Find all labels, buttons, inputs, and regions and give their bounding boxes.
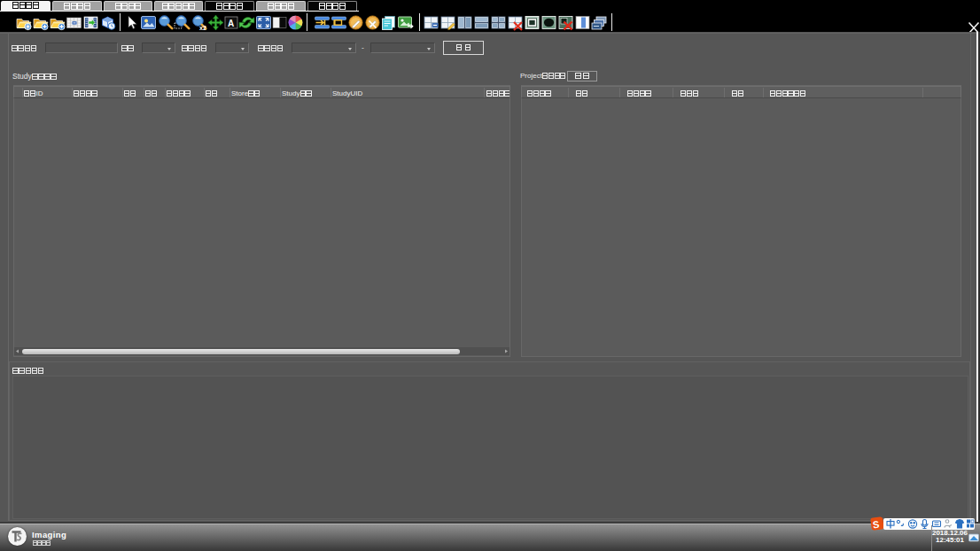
svg-text:x2: x2 (199, 25, 206, 31)
svg-text:A: A (228, 19, 234, 28)
